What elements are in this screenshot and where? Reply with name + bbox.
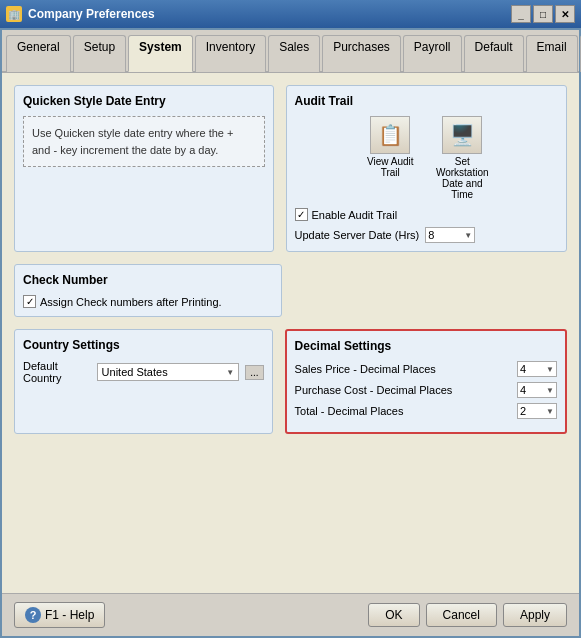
country-arrow: ▼ bbox=[226, 368, 234, 377]
help-icon: ? bbox=[25, 607, 41, 623]
update-server-label: Update Server Date (Hrs) bbox=[295, 229, 420, 241]
tab-inventory[interactable]: Inventory bbox=[195, 35, 266, 72]
decimal-settings-title: Decimal Settings bbox=[295, 339, 557, 353]
tab-default[interactable]: Default bbox=[464, 35, 524, 72]
check-number-title: Check Number bbox=[23, 273, 273, 287]
audit-trail-title: Audit Trail bbox=[295, 94, 558, 108]
enable-audit-row: ✓ Enable Audit Trail bbox=[295, 208, 558, 221]
quicken-date-text: Use Quicken style date entry where the +… bbox=[32, 127, 233, 156]
ok-button[interactable]: OK bbox=[368, 603, 419, 627]
assign-check-checkbox[interactable]: ✓ bbox=[23, 295, 36, 308]
assign-check-label: Assign Check numbers after Printing. bbox=[40, 296, 222, 308]
total-value: 2 bbox=[520, 405, 526, 417]
country-row: Default Country United States ▼ ... bbox=[23, 360, 264, 384]
update-server-value: 8 bbox=[428, 229, 434, 241]
tab-bar: General Setup System Inventory Sales Pur… bbox=[2, 30, 579, 73]
view-audit-icon: 📋 bbox=[370, 116, 410, 154]
quicken-date-panel: Quicken Style Date Entry Use Quicken sty… bbox=[14, 85, 274, 252]
sales-price-value: 4 bbox=[520, 363, 526, 375]
window-title: Company Preferences bbox=[28, 7, 155, 21]
country-settings-panel: Country Settings Default Country United … bbox=[14, 329, 273, 434]
tab-purchases[interactable]: Purchases bbox=[322, 35, 401, 72]
help-button[interactable]: ? F1 - Help bbox=[14, 602, 105, 628]
country-settings-title: Country Settings bbox=[23, 338, 264, 352]
title-bar-left: 🏢 Company Preferences bbox=[6, 6, 155, 22]
country-ellipsis-button[interactable]: ... bbox=[245, 365, 263, 380]
default-country-label: Default Country bbox=[23, 360, 91, 384]
title-bar: 🏢 Company Preferences _ □ ✕ bbox=[0, 0, 581, 28]
sales-price-arrow: ▼ bbox=[546, 365, 554, 374]
check-spacer bbox=[294, 264, 567, 317]
view-audit-button[interactable]: 📋 View AuditTrail bbox=[360, 116, 420, 200]
purchase-cost-row: Purchase Cost - Decimal Places 4 ▼ bbox=[295, 382, 557, 398]
main-window: General Setup System Inventory Sales Pur… bbox=[0, 28, 581, 638]
total-label: Total - Decimal Places bbox=[295, 405, 404, 417]
tab-system[interactable]: System bbox=[128, 35, 193, 72]
purchase-cost-value: 4 bbox=[520, 384, 526, 396]
view-audit-label: View AuditTrail bbox=[367, 156, 414, 178]
total-select[interactable]: 2 ▼ bbox=[517, 403, 557, 419]
bottom-row: Country Settings Default Country United … bbox=[14, 329, 567, 434]
app-icon: 🏢 bbox=[6, 6, 22, 22]
sales-price-label: Sales Price - Decimal Places bbox=[295, 363, 436, 375]
tab-email[interactable]: Email bbox=[526, 35, 578, 72]
audit-icons-row: 📋 View AuditTrail 🖥️ Set WorkstationDate… bbox=[295, 116, 558, 200]
decimal-settings-panel: Decimal Settings Sales Price - Decimal P… bbox=[285, 329, 567, 434]
tab-general[interactable]: General bbox=[6, 35, 71, 72]
enable-audit-checkbox[interactable]: ✓ bbox=[295, 208, 308, 221]
cancel-button[interactable]: Cancel bbox=[426, 603, 497, 627]
purchase-cost-arrow: ▼ bbox=[546, 386, 554, 395]
assign-check-row: ✓ Assign Check numbers after Printing. bbox=[23, 295, 273, 308]
set-workstation-icon: 🖥️ bbox=[442, 116, 482, 154]
close-button[interactable]: ✕ bbox=[555, 5, 575, 23]
help-label: F1 - Help bbox=[45, 608, 94, 622]
sales-price-select[interactable]: 4 ▼ bbox=[517, 361, 557, 377]
country-value: United States bbox=[102, 366, 168, 378]
title-controls: _ □ ✕ bbox=[511, 5, 575, 23]
top-row: Quicken Style Date Entry Use Quicken sty… bbox=[14, 85, 567, 252]
update-server-select[interactable]: 8 ▼ bbox=[425, 227, 475, 243]
quicken-date-description: Use Quicken style date entry where the +… bbox=[23, 116, 265, 167]
enable-audit-label: Enable Audit Trail bbox=[312, 209, 398, 221]
sales-price-row: Sales Price - Decimal Places 4 ▼ bbox=[295, 361, 557, 377]
content-area: Quicken Style Date Entry Use Quicken sty… bbox=[2, 73, 579, 593]
update-server-arrow: ▼ bbox=[464, 231, 472, 240]
footer-buttons: OK Cancel Apply bbox=[368, 603, 567, 627]
set-workstation-button[interactable]: 🖥️ Set WorkstationDate and Time bbox=[432, 116, 492, 200]
tab-sales[interactable]: Sales bbox=[268, 35, 320, 72]
quicken-date-title: Quicken Style Date Entry bbox=[23, 94, 265, 108]
total-arrow: ▼ bbox=[546, 407, 554, 416]
minimize-button[interactable]: _ bbox=[511, 5, 531, 23]
purchase-cost-select[interactable]: 4 ▼ bbox=[517, 382, 557, 398]
footer: ? F1 - Help OK Cancel Apply bbox=[2, 593, 579, 636]
tab-setup[interactable]: Setup bbox=[73, 35, 126, 72]
apply-button[interactable]: Apply bbox=[503, 603, 567, 627]
audit-trail-panel: Audit Trail 📋 View AuditTrail 🖥️ Set Wor… bbox=[286, 85, 567, 252]
total-row: Total - Decimal Places 2 ▼ bbox=[295, 403, 557, 419]
check-row: Check Number ✓ Assign Check numbers afte… bbox=[14, 264, 567, 317]
check-number-panel: Check Number ✓ Assign Check numbers afte… bbox=[14, 264, 282, 317]
tab-payroll[interactable]: Payroll bbox=[403, 35, 462, 72]
maximize-button[interactable]: □ bbox=[533, 5, 553, 23]
update-server-row: Update Server Date (Hrs) 8 ▼ bbox=[295, 227, 558, 243]
country-select[interactable]: United States ▼ bbox=[97, 363, 240, 381]
purchase-cost-label: Purchase Cost - Decimal Places bbox=[295, 384, 453, 396]
set-workstation-label: Set WorkstationDate and Time bbox=[432, 156, 492, 200]
footer-help: ? F1 - Help bbox=[14, 602, 105, 628]
